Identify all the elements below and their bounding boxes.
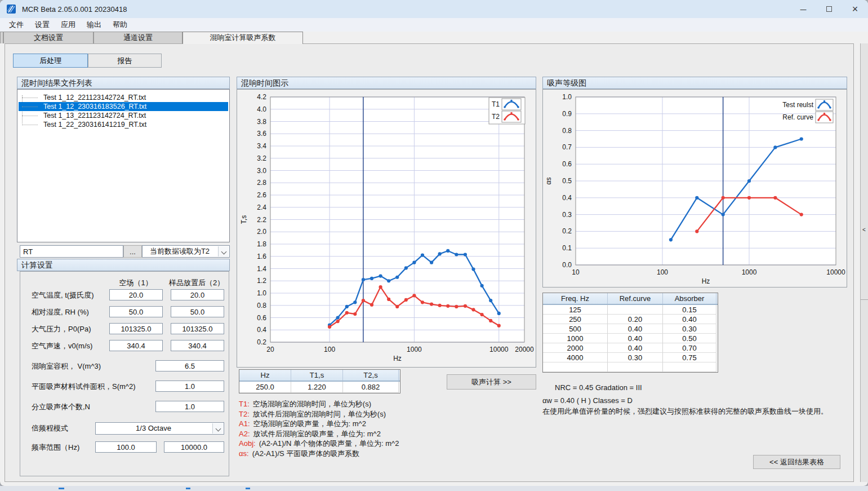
- svg-text:3.8: 3.8: [257, 118, 266, 126]
- setting-input[interactable]: [155, 381, 224, 392]
- setting-label: 相对湿度, RH (%): [32, 307, 89, 317]
- file-name: Test 1_13_221123142724_RT.txt: [43, 112, 146, 120]
- table-row[interactable]: [543, 362, 718, 372]
- menu-item[interactable]: 输出: [81, 18, 107, 32]
- menu-item[interactable]: 应用: [55, 18, 81, 32]
- main-tab[interactable]: 文档设置: [3, 32, 94, 43]
- file-name: Test 1_12_221123142724_RT.txt: [43, 94, 146, 101]
- svg-text:0.3: 0.3: [562, 211, 572, 219]
- table-row[interactable]: 10000.400.50: [543, 334, 718, 343]
- column-header[interactable]: T1,s: [291, 370, 343, 381]
- svg-text:0.5: 0.5: [562, 177, 572, 185]
- table-cell: 4000: [543, 353, 608, 362]
- app-logo-icon: [7, 4, 17, 14]
- octave-label: 倍频程模式: [32, 423, 68, 434]
- table-row[interactable]: 5000.400.30: [543, 324, 718, 334]
- setting-input-empty-room[interactable]: [109, 306, 163, 317]
- freq-range-label: 频率范围（Hz): [32, 443, 79, 453]
- column-header[interactable]: T2,s: [343, 370, 399, 381]
- svg-text:3.2: 3.2: [257, 154, 266, 162]
- main-tab[interactable]: 通道设置: [94, 32, 182, 43]
- file-list-item[interactable]: Test 1_12_221123142724_RT.txt: [19, 93, 228, 102]
- rt-name-input[interactable]: [20, 245, 123, 258]
- rt-chart[interactable]: 0.20.40.60.81.01.21.41.61.82.02.22.42.62…: [237, 89, 536, 368]
- svg-text:0.6: 0.6: [257, 314, 266, 322]
- freq-min-input[interactable]: [95, 441, 157, 453]
- svg-text:2.0: 2.0: [257, 228, 266, 236]
- octave-combo[interactable]: 1/3 Octave: [95, 422, 224, 435]
- table-cell: 250.0: [239, 382, 291, 393]
- absorption-calc-button[interactable]: 吸声计算 >>: [447, 374, 536, 390]
- main-tab[interactable]: 混响室计算吸声系数: [182, 32, 303, 44]
- close-icon[interactable]: ×: [842, 0, 868, 18]
- chevron-down-icon: [212, 423, 223, 434]
- table-row[interactable]: 1250.15: [543, 305, 718, 315]
- column-header-with-sample: 样品放置后（2）: [160, 278, 233, 288]
- note-symbol: T1:: [239, 400, 250, 408]
- freq-max-input[interactable]: [164, 441, 224, 453]
- svg-text:1.8: 1.8: [257, 240, 266, 248]
- table-header-row: Freq. HzRef.curveAbsorber: [543, 293, 718, 305]
- setting-input-with-sample[interactable]: [171, 289, 224, 300]
- legend-note: Aobj:(A2-A1)/N 单个物体的吸声量，单位为: m^2: [239, 439, 399, 449]
- svg-text:0.1: 0.1: [562, 244, 572, 252]
- setting-input-with-sample[interactable]: [171, 340, 224, 351]
- back-to-results-button[interactable]: << 返回结果表格: [753, 455, 840, 469]
- chevron-down-icon: [218, 246, 229, 256]
- svg-text:0.7: 0.7: [562, 143, 572, 151]
- app-window: MCR Beta 2.05.0.001 20230418 ─ × 文件设置应用输…: [0, 0, 868, 486]
- browse-button[interactable]: ...: [123, 245, 142, 258]
- file-list-item[interactable]: Test 1_13_221123142724_RT.txt: [19, 111, 228, 120]
- tab-report[interactable]: 报告: [88, 54, 162, 68]
- svg-text:0.8: 0.8: [257, 302, 266, 309]
- menu-item[interactable]: 文件: [3, 18, 29, 32]
- table-row[interactable]: 20000.400.70: [543, 343, 718, 353]
- table-row[interactable]: 40000.300.75: [543, 353, 718, 362]
- table-cell: 0.40: [663, 315, 716, 324]
- setting-label: 分立吸声体个数,N: [32, 402, 90, 412]
- nrc-line: NRC = 0.45 Gradation = III: [555, 383, 642, 392]
- menu-item[interactable]: 帮助: [107, 18, 133, 32]
- maximize-icon[interactable]: [816, 0, 842, 18]
- table-row[interactable]: 2500.200.40: [543, 315, 718, 324]
- setting-input-empty-room[interactable]: [109, 289, 163, 300]
- data-read-combo[interactable]: 当前数据读取为T2: [142, 245, 230, 258]
- setting-input-with-sample[interactable]: [171, 306, 224, 317]
- data-read-combo-value: 当前数据读取为T2: [143, 246, 217, 257]
- absorption-chart[interactable]: 0.00.10.20.30.40.50.60.70.80.91.01010010…: [542, 89, 847, 287]
- setting-input-with-sample[interactable]: [171, 323, 224, 334]
- file-list[interactable]: Test 1_12_221123142724_RT.txtTest 1_12_2…: [17, 89, 230, 242]
- column-header[interactable]: Hz: [239, 370, 291, 381]
- menu-item[interactable]: 设置: [29, 18, 55, 32]
- table-cell: [608, 362, 663, 372]
- file-list-item[interactable]: Test 1_12_230316183526_RT.txt: [19, 102, 228, 111]
- svg-text:1.4: 1.4: [257, 265, 266, 273]
- svg-text:1.6: 1.6: [257, 253, 266, 260]
- setting-input[interactable]: [155, 360, 224, 371]
- tab-postprocess[interactable]: 后处理: [13, 54, 88, 68]
- table-row[interactable]: 250.01.2200.882: [239, 382, 400, 393]
- column-header[interactable]: Freq. Hz: [543, 293, 608, 304]
- svg-text:1.0: 1.0: [257, 289, 266, 297]
- file-name: Test 1_12_230316183526_RT.txt: [43, 103, 146, 110]
- legend-label: Ref. curve: [782, 113, 813, 121]
- setting-input-empty-room[interactable]: [109, 323, 163, 334]
- column-header[interactable]: Absorber: [663, 293, 716, 304]
- setting-input-empty-room[interactable]: [109, 340, 163, 351]
- title-bar: MCR Beta 2.05.0.001 20230418 ─ ×: [0, 0, 868, 18]
- svg-text:0.8: 0.8: [562, 127, 572, 135]
- table-cell: 0.30: [663, 324, 716, 334]
- note-text: (A2-A1)/S 平面吸声体的吸声系数: [252, 449, 360, 458]
- collapsed-side-panel[interactable]: <: [860, 43, 868, 482]
- svg-text:10000: 10000: [489, 346, 509, 353]
- divider: [861, 299, 868, 300]
- table-cell: 2000: [543, 343, 608, 353]
- file-name: Test 1_22_230316141219_RT.txt: [43, 121, 146, 129]
- minimize-icon[interactable]: ─: [790, 0, 816, 18]
- setting-input[interactable]: [155, 401, 224, 412]
- column-header[interactable]: Ref.curve: [608, 293, 663, 304]
- menu-bar: 文件设置应用输出帮助: [0, 18, 868, 32]
- setting-label: 平面吸声材料试件面积，S(m^2): [32, 382, 136, 392]
- file-list-item[interactable]: Test 1_22_230316141219_RT.txt: [19, 120, 228, 129]
- svg-text:2.6: 2.6: [257, 191, 266, 199]
